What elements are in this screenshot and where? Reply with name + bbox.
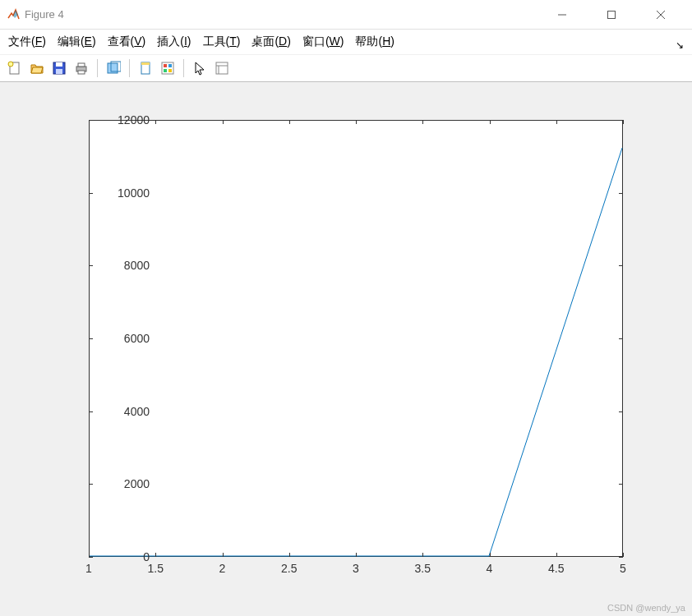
svg-rect-11: [78, 71, 85, 74]
cursor-button[interactable]: [190, 58, 210, 78]
line-plot: [90, 121, 622, 556]
toolbar: [0, 54, 692, 82]
maximize-button[interactable]: [587, 0, 636, 30]
y-tick-label: 12000: [100, 113, 150, 126]
svg-rect-19: [164, 69, 167, 72]
y-tick-label: 4000: [100, 405, 150, 418]
toolbar-separator: [97, 59, 98, 77]
watermark: CSDN @wendy_ya: [607, 603, 685, 613]
open-button[interactable]: [27, 58, 47, 78]
x-tick-label: 3: [353, 562, 359, 575]
window-title: Figure 4: [25, 8, 537, 21]
x-tick-label: 5: [620, 562, 626, 575]
menu-file[interactable]: 文件(F): [8, 34, 46, 49]
x-tick-label: 1.5: [148, 562, 164, 575]
svg-rect-18: [168, 64, 172, 67]
svg-rect-20: [168, 69, 172, 72]
svg-rect-8: [56, 69, 62, 74]
x-tick-label: 4: [487, 562, 493, 575]
matlab-icon: [7, 8, 20, 21]
y-tick-label: 8000: [100, 259, 150, 272]
toolbar-separator: [129, 59, 130, 77]
menu-edit[interactable]: 编辑(E): [58, 34, 96, 49]
svg-rect-17: [164, 64, 167, 67]
minimize-button[interactable]: [537, 0, 587, 30]
dock-arrow-icon[interactable]: ↘: [676, 39, 684, 51]
svg-point-5: [8, 62, 13, 67]
svg-rect-21: [216, 62, 228, 74]
y-tick-label: 6000: [100, 332, 150, 345]
plot-area: 02000400060008000100001200011.522.533.54…: [0, 82, 692, 616]
print-button[interactable]: [72, 58, 91, 78]
toolbar-separator: [183, 59, 184, 77]
x-tick-label: 1: [85, 562, 92, 575]
y-tick-label: 2000: [100, 477, 150, 490]
svg-rect-15: [141, 62, 150, 65]
y-tick-label: 0: [100, 550, 150, 563]
menu-window[interactable]: 窗口(W): [302, 34, 344, 49]
window-controls: [537, 0, 685, 30]
x-tick-label: 2.5: [281, 562, 297, 575]
link-data-button[interactable]: [136, 58, 155, 78]
svg-rect-10: [78, 63, 85, 67]
new-figure-button[interactable]: [5, 58, 25, 78]
svg-rect-7: [56, 62, 62, 67]
menu-insert[interactable]: 插入(I): [157, 34, 191, 49]
menu-view[interactable]: 查看(V): [108, 34, 146, 49]
x-tick-label: 4.5: [548, 562, 564, 575]
title-bar: Figure 4: [0, 0, 692, 30]
axes[interactable]: [89, 120, 623, 557]
svg-rect-1: [608, 11, 616, 18]
property-inspector-button[interactable]: [212, 58, 232, 78]
menu-tools[interactable]: 工具(T): [203, 34, 241, 49]
menu-desktop[interactable]: 桌面(D): [251, 34, 290, 49]
menu-bar: 文件(F) 编辑(E) 查看(V) 插入(I) 工具(T) 桌面(D) 窗口(W…: [0, 30, 692, 54]
menu-help[interactable]: 帮助(H): [355, 34, 394, 49]
x-tick-label: 3.5: [415, 562, 431, 575]
save-button[interactable]: [49, 58, 69, 78]
insert-colorbar-button[interactable]: [158, 58, 178, 78]
y-tick-label: 10000: [100, 186, 150, 200]
x-tick-label: 2: [219, 562, 226, 575]
edit-plot-button[interactable]: [104, 58, 123, 78]
close-button[interactable]: [636, 0, 685, 30]
